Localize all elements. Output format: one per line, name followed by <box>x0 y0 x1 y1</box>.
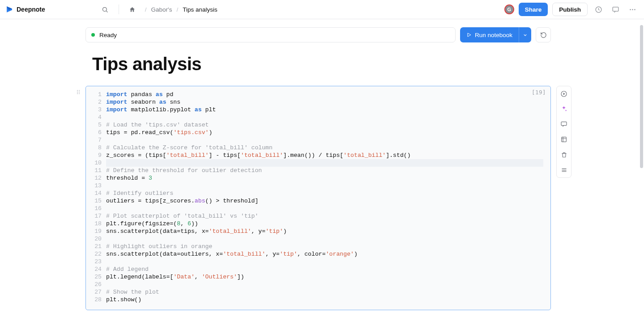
history-button[interactable] <box>592 3 605 16</box>
svg-point-0 <box>103 7 107 11</box>
svg-point-10 <box>77 93 78 94</box>
page-title: Tips analysis <box>92 54 551 74</box>
code-line[interactable] <box>106 114 545 121</box>
svg-rect-13 <box>561 122 567 126</box>
run-cell-button[interactable] <box>559 89 569 99</box>
code-line[interactable]: plt.figure(figsize=(8, 6)) <box>106 220 545 228</box>
svg-point-6 <box>77 90 78 91</box>
share-button[interactable]: Share <box>519 3 548 16</box>
delete-cell-button[interactable] <box>559 150 569 160</box>
code-line[interactable]: z_scores = (tips['total_bill'] - tips['t… <box>106 152 545 159</box>
duplicate-cell-button[interactable] <box>559 135 569 144</box>
code-line[interactable] <box>106 182 545 190</box>
breadcrumb-sep: / <box>145 6 147 13</box>
code-content[interactable]: import pandas as pdimport seaborn as sns… <box>106 91 550 303</box>
code-line[interactable] <box>106 205 545 212</box>
search-button[interactable] <box>99 3 111 16</box>
code-cell-wrap: [19] 12345678910111213141516171819202122… <box>85 86 551 310</box>
svg-rect-14 <box>562 137 567 142</box>
avatar[interactable]: G <box>504 4 514 14</box>
code-line[interactable]: # Identify outliers <box>106 190 545 197</box>
run-notebook-menu[interactable] <box>519 27 531 42</box>
svg-point-5 <box>634 9 635 10</box>
code-line[interactable]: # Highlight outliers in orange <box>106 243 545 250</box>
more-button[interactable] <box>626 3 639 16</box>
code-editor[interactable]: 1234567891011121314151617181920212223242… <box>86 91 550 303</box>
page-scrollbar[interactable] <box>640 20 643 316</box>
code-line[interactable] <box>106 159 543 167</box>
code-line[interactable]: # Load the 'tips.csv' dataset <box>106 121 545 129</box>
code-line[interactable]: # Plot scatterplot of 'total_bill' vs 't… <box>106 212 545 220</box>
logo-icon <box>5 5 13 13</box>
line-gutter: 1234567891011121314151617181920212223242… <box>86 91 106 303</box>
svg-point-7 <box>79 90 80 91</box>
cell-side-toolbar <box>556 86 571 178</box>
cell-more-button[interactable] <box>559 165 569 175</box>
divider <box>119 4 119 14</box>
code-line[interactable]: sns.scatterplot(data=tips, x='total_bill… <box>106 228 545 235</box>
run-notebook-button: Run notebook <box>460 27 531 42</box>
breadcrumb-sep: / <box>176 6 178 13</box>
app-name: Deepnote <box>17 6 45 13</box>
run-notebook-main[interactable]: Run notebook <box>460 27 519 42</box>
comment-cell-button[interactable] <box>559 119 569 129</box>
svg-point-9 <box>79 92 80 93</box>
code-line[interactable]: import matplotlib.pyplot as plt <box>106 106 545 114</box>
cell-drag-handle[interactable] <box>76 89 81 95</box>
code-line[interactable] <box>106 235 545 243</box>
code-line[interactable]: # Add legend <box>106 265 545 273</box>
restart-button[interactable] <box>536 27 551 42</box>
run-notebook-label: Run notebook <box>475 32 512 38</box>
status-label: Ready <box>99 32 117 38</box>
breadcrumb-workspace[interactable]: Gabor's <box>151 6 172 13</box>
topbar-center: / Gabor's / Tips analysis <box>99 3 218 16</box>
code-line[interactable]: threshold = 3 <box>106 174 545 182</box>
comments-button[interactable] <box>609 3 622 16</box>
code-line[interactable]: import seaborn as sns <box>106 98 545 106</box>
topbar: Deepnote / Gabor's / Tips analysis G Sha… <box>0 0 644 19</box>
code-cell[interactable]: [19] 12345678910111213141516171819202122… <box>85 86 551 310</box>
code-line[interactable] <box>106 258 545 265</box>
breadcrumb-current[interactable]: Tips analysis <box>183 6 218 13</box>
home-button[interactable] <box>126 3 139 16</box>
code-line[interactable] <box>106 136 545 144</box>
status-dot-icon <box>91 33 95 37</box>
code-line[interactable]: # Calculate the Z-score for 'total_bill'… <box>106 144 545 152</box>
ai-magic-button[interactable] <box>559 104 569 114</box>
scrollbar-thumb[interactable] <box>640 25 643 168</box>
breadcrumb: / Gabor's / Tips analysis <box>145 6 218 13</box>
svg-point-11 <box>79 93 80 94</box>
code-line[interactable] <box>106 281 545 288</box>
code-line[interactable]: # Show the plot <box>106 288 545 296</box>
svg-rect-2 <box>613 7 618 11</box>
svg-point-8 <box>77 92 78 93</box>
svg-point-4 <box>632 9 633 10</box>
status-row: Ready Run notebook <box>85 27 551 42</box>
code-line[interactable]: plt.show() <box>106 296 545 303</box>
svg-point-3 <box>630 9 631 10</box>
kernel-status-bar[interactable]: Ready <box>85 27 456 42</box>
code-line[interactable]: outliers = tips[z_scores.abs() > thresho… <box>106 197 545 205</box>
app-logo[interactable]: Deepnote <box>5 5 45 13</box>
code-line[interactable]: plt.legend(labels=['Data', 'Outliers']) <box>106 273 545 281</box>
page-body: Ready Run notebook Tips analysis <box>0 19 640 316</box>
code-line[interactable]: sns.scatterplot(data=outliers, x='total_… <box>106 250 545 258</box>
code-line[interactable]: tips = pd.read_csv('tips.csv') <box>106 129 545 136</box>
publish-button[interactable]: Publish <box>552 3 588 16</box>
topbar-right: G Share Publish <box>504 3 639 16</box>
code-line[interactable]: import pandas as pd <box>106 91 545 98</box>
code-line[interactable]: # Define the threshold for outlier detec… <box>106 167 545 174</box>
